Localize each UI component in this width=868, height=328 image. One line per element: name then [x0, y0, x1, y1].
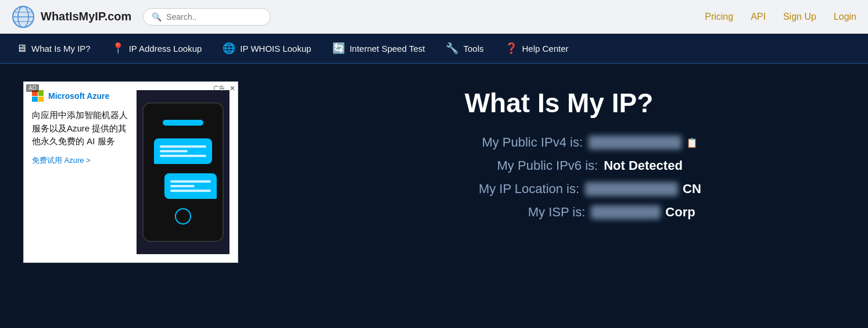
- ad-right-side: [137, 90, 229, 254]
- search-icon: 🔍: [152, 12, 162, 22]
- location-row: My IP Location is: CN: [273, 181, 845, 197]
- api-link[interactable]: API: [751, 12, 766, 22]
- main-title: What Is My IP?: [465, 87, 654, 119]
- chat-line-6: [170, 190, 211, 192]
- nav-ip-address-lookup[interactable]: 📍 IP Address Lookup: [101, 34, 213, 63]
- ipv4-row: My Public IPv4 is: 📋: [273, 135, 845, 150]
- pill-bar: [163, 120, 203, 126]
- isp-blurred: [591, 205, 661, 219]
- chat-bubble-1: [154, 138, 212, 164]
- ad-close-button[interactable]: ✕: [229, 84, 235, 92]
- isp-row: My ISP is: Corp: [273, 205, 845, 220]
- location-pin-icon: 📍: [112, 42, 124, 55]
- ad-block: AD 广告 ✕ Microsoft Azure 向应用中添加智能机器人服务以及A…: [23, 81, 238, 263]
- nav-internet-speed-test-label: Internet Speed Test: [350, 44, 425, 54]
- login-link[interactable]: Login: [834, 12, 856, 22]
- nav-help-center[interactable]: ❓ Help Center: [494, 34, 579, 63]
- location-label: My IP Location is:: [417, 181, 579, 197]
- ipv6-not-detected: Not Detected: [604, 158, 683, 173]
- ad-chinese-text: 向应用中添加智能机器人服务以及Azure 提供的其他永久免费的 AI 服务: [32, 109, 131, 148]
- ipv6-row: My Public IPv6 is: Not Detected: [273, 158, 845, 173]
- main-nav: 🖥 What Is My IP? 📍 IP Address Lookup 🌐 I…: [0, 34, 868, 64]
- ipv4-label: My Public IPv4 is:: [420, 135, 583, 150]
- ip-info: What Is My IP? My Public IPv4 is: 📋 My P…: [273, 81, 845, 228]
- phone-mockup: [142, 102, 224, 242]
- isp-label: My ISP is:: [422, 205, 585, 220]
- chat-line-4: [170, 180, 211, 183]
- chat-line-2: [160, 150, 188, 152]
- country-code: CN: [683, 181, 701, 197]
- ipv6-label: My Public IPv6 is:: [435, 158, 598, 173]
- globe-icon: 🌐: [223, 42, 235, 55]
- top-bar: WhatIsMyIP.com 🔍 Pricing API Sign Up Log…: [0, 0, 868, 34]
- ad-label: AD: [26, 84, 39, 92]
- ad-content: Microsoft Azure 向应用中添加智能机器人服务以及Azure 提供的…: [24, 82, 238, 262]
- microsoft-flag-icon: [32, 90, 44, 102]
- phone-home-button: [175, 208, 191, 224]
- ad-cta-link[interactable]: 免费试用 Azure >: [32, 155, 131, 166]
- ad-text-side: Microsoft Azure 向应用中添加智能机器人服务以及Azure 提供的…: [32, 90, 131, 254]
- nav-tools[interactable]: 🔧 Tools: [435, 34, 494, 63]
- chat-line-3: [160, 155, 206, 157]
- location-value: CN: [585, 181, 701, 197]
- pricing-link[interactable]: Pricing: [705, 12, 733, 22]
- chat-bubble-2: [164, 173, 217, 199]
- azure-brand-name: Microsoft Azure: [48, 91, 109, 101]
- ipv4-blurred: [589, 136, 682, 149]
- question-icon: ❓: [505, 42, 518, 55]
- location-blurred: [585, 182, 678, 196]
- svg-point-5: [13, 6, 34, 27]
- content-area: AD 广告 ✕ Microsoft Azure 向应用中添加智能机器人服务以及A…: [0, 64, 868, 297]
- ipv6-value: Not Detected: [604, 158, 683, 173]
- copy-icon[interactable]: 📋: [686, 137, 698, 148]
- site-name: WhatIsMyIP.com: [41, 10, 131, 23]
- signup-link[interactable]: Sign Up: [783, 12, 816, 22]
- monitor-icon: 🖥: [16, 42, 27, 55]
- nav-internet-speed-test[interactable]: 🔄 Internet Speed Test: [322, 34, 436, 63]
- nav-what-is-my-ip-label: What Is My IP?: [31, 44, 91, 54]
- speed-icon: 🔄: [332, 42, 345, 55]
- chat-line-1: [160, 145, 206, 148]
- nav-what-is-my-ip[interactable]: 🖥 What Is My IP?: [6, 34, 101, 63]
- azure-logo-area: Microsoft Azure: [32, 90, 131, 102]
- search-input[interactable]: [166, 12, 259, 22]
- nav-ip-whois-lookup-label: IP WHOIS Lookup: [240, 44, 311, 54]
- nav-ip-whois-lookup[interactable]: 🌐 IP WHOIS Lookup: [212, 34, 321, 63]
- nav-tools-label: Tools: [463, 44, 483, 54]
- nav-help-center-label: Help Center: [522, 44, 569, 54]
- top-nav: Pricing API Sign Up Login: [705, 12, 856, 22]
- ipv4-value: 📋: [589, 136, 698, 149]
- ad-corner-label: 广告: [213, 84, 225, 92]
- chat-line-5: [170, 185, 195, 187]
- search-box[interactable]: 🔍: [143, 8, 271, 26]
- nav-ip-address-lookup-label: IP Address Lookup: [129, 44, 202, 54]
- isp-corp: Corp: [665, 205, 695, 220]
- isp-value: Corp: [591, 205, 695, 220]
- wrench-icon: 🔧: [446, 42, 458, 55]
- logo-icon: [12, 5, 35, 28]
- logo-area: WhatIsMyIP.com: [12, 5, 131, 28]
